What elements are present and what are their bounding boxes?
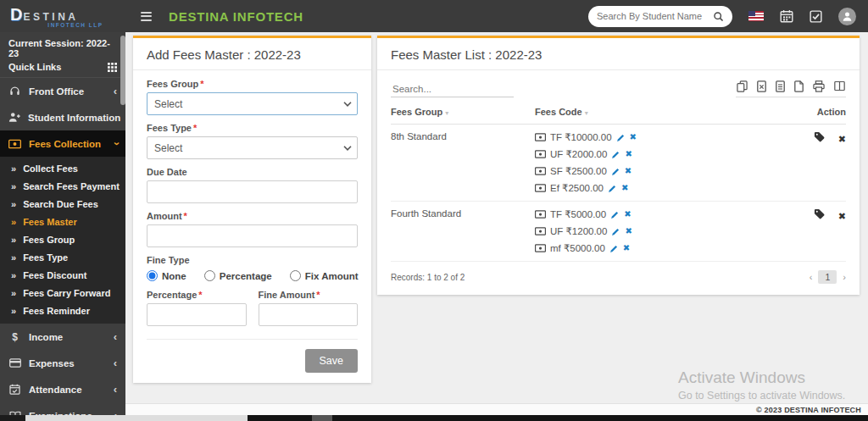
print-icon[interactable]: [813, 80, 825, 92]
chevron-left-icon: ‹: [114, 384, 117, 395]
delete-x-icon[interactable]: ✖: [630, 133, 637, 141]
sidebar-item-expenses[interactable]: Expenses ‹: [0, 350, 125, 376]
money-bill-icon: [535, 184, 546, 192]
export-csv-icon[interactable]: [776, 80, 785, 92]
main-content: Add Fees Master : 2022-23 Fees Group* Se…: [125, 32, 868, 415]
money-bill-icon: [535, 133, 546, 141]
column-visibility-icon[interactable]: [834, 80, 845, 92]
copy-icon[interactable]: [737, 80, 748, 92]
fine-amount-input[interactable]: [259, 303, 359, 326]
sidebar-subitem-fees-discount[interactable]: » Fees Discount: [0, 266, 125, 284]
sidebar-item-fees-collection[interactable]: Fees Collection ‹: [0, 130, 125, 157]
column-header-fees-code[interactable]: Fees Code▾: [535, 102, 770, 125]
amount-input[interactable]: [147, 224, 358, 247]
delete-row-x-icon[interactable]: ✖: [838, 211, 846, 221]
fine-type-radio-group: None Percentage Fix Amount: [147, 270, 358, 281]
column-header-fees-group[interactable]: Fees Group▾: [391, 102, 535, 125]
double-angle-icon: »: [11, 163, 16, 174]
sidebar-scrollbar[interactable]: [120, 36, 125, 105]
brand-subtitle: INFOTECH LLP: [10, 22, 117, 28]
tasks-icon[interactable]: [810, 10, 822, 23]
edit-pencil-icon[interactable]: [611, 150, 620, 159]
percentage-label: Percentage*: [147, 290, 247, 300]
sidebar-subitem-search-due-fees[interactable]: » Search Due Fees: [0, 195, 125, 213]
fine-type-fix-amount-radio[interactable]: Fix Amount: [290, 270, 359, 281]
export-excel-icon[interactable]: [757, 80, 766, 92]
fees-code-cell: TF ₹5000.00 ✖ UF ₹1200.00 ✖: [535, 202, 770, 262]
list-search-input[interactable]: [391, 81, 514, 97]
app-title: DESTINA INFOTECH: [169, 9, 303, 24]
export-pdf-icon[interactable]: [794, 80, 804, 92]
delete-x-icon[interactable]: ✖: [625, 150, 632, 158]
delete-x-icon[interactable]: ✖: [621, 184, 628, 192]
pager-page-1[interactable]: 1: [818, 270, 837, 284]
delete-row-x-icon[interactable]: ✖: [838, 134, 846, 144]
sidebar-subitem-fees-master[interactable]: » Fees Master: [0, 213, 125, 230]
top-header: D ESTINA INFOTECH LLP DESTINA INFOTECH: [0, 0, 868, 32]
sidebar-item-label: Examinations: [29, 411, 106, 416]
user-avatar[interactable]: [838, 8, 856, 25]
sidebar-subitem-fees-reminder[interactable]: » Fees Reminder: [0, 302, 125, 319]
fees-type-select[interactable]: Select: [147, 136, 358, 159]
delete-x-icon[interactable]: ✖: [623, 244, 630, 252]
headset-icon: [8, 86, 21, 97]
sidebar-item-student-information[interactable]: Student Information ‹: [0, 104, 125, 130]
records-summary: Records: 1 to 2 of 2: [391, 273, 465, 282]
fees-group-select[interactable]: Select: [147, 92, 358, 115]
delete-x-icon[interactable]: ✖: [624, 210, 631, 219]
export-toolbar: [736, 80, 846, 97]
fees-group-cell: Fourth Standard: [391, 202, 535, 262]
percentage-input[interactable]: [147, 303, 247, 326]
delete-x-icon[interactable]: ✖: [625, 167, 632, 175]
sidebar-item-attendance[interactable]: Attendance ‹: [0, 376, 125, 402]
fees-master-list-card: Fees Master List : 2022-23: [377, 36, 860, 295]
quick-links-grid-icon[interactable]: [108, 63, 117, 72]
sidebar-subitem-collect-fees[interactable]: » Collect Fees: [0, 159, 125, 177]
fine-type-percentage-radio[interactable]: Percentage: [204, 270, 272, 281]
tag-icon[interactable]: [814, 208, 825, 219]
double-angle-icon: »: [11, 181, 16, 191]
sidebar-item-label: Front Office: [29, 86, 106, 97]
fees-code-cell: TF ₹10000.00 ✖ UF ₹2000.00 ✖: [535, 125, 770, 202]
edit-pencil-icon[interactable]: [611, 227, 620, 236]
brand-logo[interactable]: D ESTINA INFOTECH LLP: [0, 3, 125, 30]
pager-next-icon[interactable]: ›: [843, 272, 846, 282]
chevron-down-icon: ‹: [109, 141, 120, 145]
calendar-icon[interactable]: [780, 9, 793, 23]
double-angle-icon: »: [11, 288, 16, 298]
money-bill-icon: [535, 167, 546, 175]
tag-icon[interactable]: [814, 131, 825, 142]
edit-pencil-icon[interactable]: [610, 210, 620, 219]
list-card-title: Fees Master List : 2022-23: [377, 38, 860, 70]
sidebar-item-label: Expenses: [29, 358, 106, 368]
edit-pencil-icon[interactable]: [608, 184, 617, 193]
edit-pencil-icon[interactable]: [616, 133, 626, 142]
sidebar-toggle-icon[interactable]: [137, 8, 155, 25]
save-button[interactable]: Save: [305, 349, 359, 373]
sidebar-subitem-fees-type[interactable]: » Fees Type: [0, 248, 125, 266]
edit-pencil-icon[interactable]: [611, 167, 620, 176]
sidebar-item-front-office[interactable]: Front Office ‹: [0, 78, 125, 104]
search-icon[interactable]: [713, 11, 724, 22]
book-icon: [8, 411, 21, 416]
sidebar-item-label: Attendance: [29, 385, 106, 395]
student-search[interactable]: [588, 6, 732, 27]
fees-code-entry: UF ₹1200.00 ✖: [535, 225, 770, 237]
student-search-input[interactable]: [597, 11, 713, 21]
pager-prev-icon[interactable]: ‹: [810, 272, 813, 282]
fine-type-none-radio[interactable]: None: [147, 270, 186, 281]
sidebar-item-examinations[interactable]: Examinations ‹: [0, 402, 125, 415]
fees-type-label: Fees Type*: [147, 123, 358, 133]
chevron-left-icon: ‹: [114, 357, 117, 368]
delete-x-icon[interactable]: ✖: [625, 227, 632, 235]
sidebar-item-income[interactable]: $ Income ‹: [0, 324, 125, 350]
sidebar-subitem-fees-carry-forward[interactable]: » Fees Carry Forward: [0, 284, 125, 302]
sidebar-subitem-fees-group[interactable]: » Fees Group: [0, 230, 125, 248]
due-date-input[interactable]: [147, 180, 358, 203]
quick-links-label: Quick Links: [8, 62, 61, 72]
current-session-label: Current Session: 2022-23: [8, 38, 117, 58]
language-flag-icon[interactable]: [748, 11, 764, 21]
sidebar-subitem-search-fees-payment[interactable]: » Search Fees Payment: [0, 177, 125, 195]
edit-pencil-icon[interactable]: [609, 244, 619, 253]
table-row: Fourth Standard TF ₹5000.00 ✖: [391, 202, 846, 262]
